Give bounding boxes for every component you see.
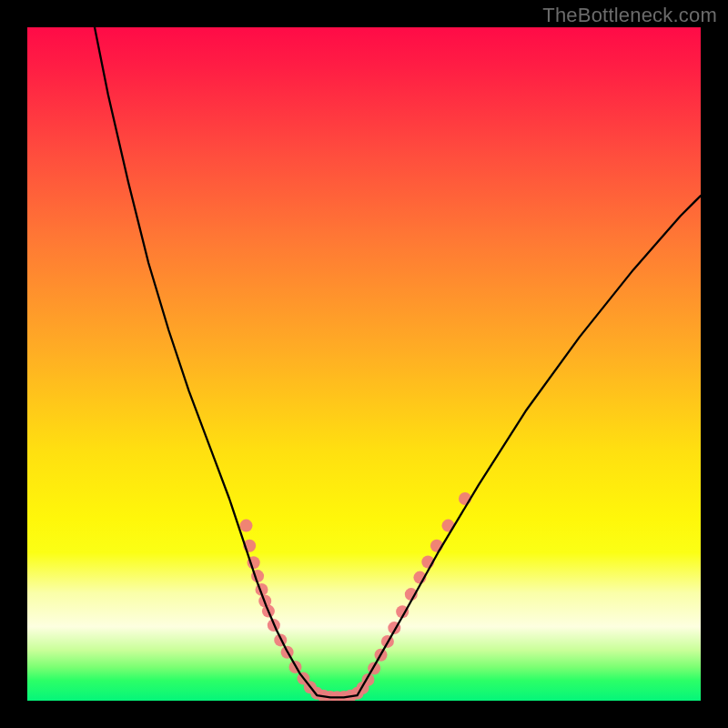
curve-layer bbox=[95, 27, 701, 697]
plot-area bbox=[27, 27, 701, 701]
plot-svg bbox=[27, 27, 701, 701]
watermark-text: TheBottleneck.com bbox=[542, 4, 717, 27]
highlight-point bbox=[240, 520, 253, 532]
chart-frame: TheBottleneck.com bbox=[0, 0, 728, 728]
bottleneck-curve bbox=[95, 27, 701, 697]
highlight-points-layer bbox=[240, 492, 472, 701]
